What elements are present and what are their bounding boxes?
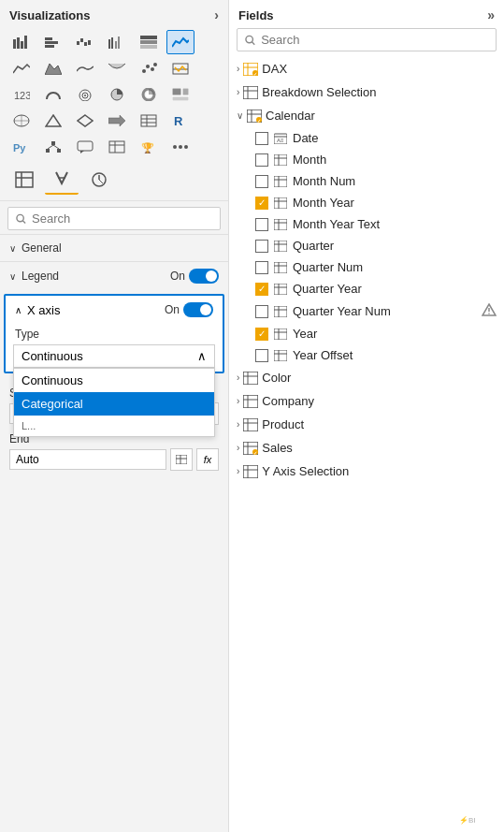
svg-rect-9 — [80, 38, 83, 42]
xaxis-header[interactable]: ∧ X axis On — [6, 296, 223, 324]
dropdown-item-log[interactable]: L... — [14, 416, 214, 436]
checkbox-quarter-num[interactable] — [255, 261, 268, 274]
viz-icon-line[interactable] — [166, 30, 194, 54]
viz-icon-wave[interactable] — [71, 56, 99, 80]
fields-search-input[interactable] — [261, 33, 488, 47]
viz-icon-waterfall[interactable] — [71, 30, 99, 54]
field-item-year[interactable]: ✓ Year — [229, 323, 504, 344]
checkbox-year-offset[interactable] — [255, 349, 268, 362]
field-item-quarter-year-num[interactable]: Quarter Year Num — [229, 299, 504, 323]
group-product: › Product — [229, 413, 504, 436]
group-calendar-expand: ∨ — [237, 110, 243, 121]
viz-icon-area-line[interactable] — [7, 56, 36, 80]
viz-search-input[interactable] — [32, 212, 212, 226]
field-item-date[interactable]: A≡ Date — [229, 127, 504, 149]
viz-icon-more[interactable] — [166, 135, 194, 159]
xaxis-toggle[interactable]: On — [165, 302, 213, 317]
viz-icon-python[interactable]: Py — [7, 135, 36, 159]
end-input[interactable] — [9, 449, 166, 470]
group-dax-header[interactable]: › ✓ DAX — [229, 57, 504, 80]
viz-icon-table[interactable] — [135, 109, 163, 133]
viz-icon-arrow[interactable] — [103, 109, 131, 133]
viz-search-box[interactable] — [7, 207, 221, 230]
viz-icon-mountain[interactable] — [39, 56, 67, 80]
svg-rect-15 — [118, 36, 120, 49]
dropdown-item-categorical[interactable]: Categorical — [14, 392, 214, 416]
dropdown-item-continuous[interactable]: Continuous — [14, 369, 214, 392]
viz-icon-chart6[interactable] — [166, 56, 194, 80]
field-item-month[interactable]: Month — [229, 149, 504, 170]
group-product-header[interactable]: › Product — [229, 413, 504, 436]
viz-icon-kpi[interactable]: 🏆 — [135, 135, 163, 159]
general-header[interactable]: ∨ General — [0, 235, 228, 261]
viz-icon-grouped-bar[interactable] — [103, 30, 131, 54]
checkbox-month-year-text[interactable] — [255, 218, 268, 231]
xaxis-on-label: On — [165, 303, 180, 316]
svg-rect-33 — [172, 88, 181, 95]
viz-icon-shape[interactable] — [39, 109, 67, 133]
svg-marker-19 — [45, 64, 62, 75]
viz-icon-scatter[interactable] — [135, 56, 163, 80]
svg-rect-48 — [51, 141, 55, 145]
checkbox-date[interactable] — [255, 132, 268, 145]
checkbox-month[interactable] — [255, 153, 268, 167]
checkbox-month-num[interactable] — [255, 175, 268, 188]
format-icon[interactable] — [45, 165, 79, 195]
svg-rect-17 — [140, 40, 157, 44]
viz-icon-bar[interactable] — [7, 30, 36, 54]
checkbox-quarter-year-num[interactable] — [255, 305, 268, 318]
field-item-month-year[interactable]: ✓ Month Year — [229, 192, 504, 213]
viz-icon-target[interactable] — [71, 82, 99, 107]
type-dropdown[interactable]: Continuous ∧ Continuous Categorical L... — [13, 344, 215, 368]
field-item-month-num[interactable]: Month Num — [229, 170, 504, 192]
dropdown-selected[interactable]: Continuous ∧ — [13, 344, 215, 368]
viz-icon-ribbon[interactable] — [103, 56, 131, 80]
field-icon-year-offset — [274, 350, 287, 361]
svg-rect-113 — [274, 284, 287, 295]
viz-icon-decomp[interactable] — [39, 135, 67, 159]
analytics-icon[interactable] — [82, 165, 116, 195]
legend-header[interactable]: ∨ Legend On — [0, 262, 228, 290]
end-fx-btn[interactable]: fx — [196, 448, 219, 471]
group-sales-expand: › — [237, 443, 239, 453]
viz-icon-pie[interactable] — [103, 82, 131, 107]
group-company-header[interactable]: › Company — [229, 389, 504, 413]
svg-rect-0 — [13, 39, 16, 49]
checkbox-month-year[interactable]: ✓ — [255, 197, 268, 210]
viz-icon-column[interactable] — [39, 30, 67, 54]
svg-line-68 — [99, 180, 103, 183]
viz-icon-treemap[interactable] — [166, 82, 194, 107]
legend-toggle-track[interactable] — [189, 269, 219, 284]
xaxis-label: X axis — [27, 303, 60, 317]
visualizations-chevron[interactable]: › — [214, 7, 219, 22]
group-calendar-header[interactable]: ∨ ✓ Calendar — [229, 104, 504, 127]
field-item-quarter-num[interactable]: Quarter Num — [229, 256, 504, 278]
group-y-axis-header[interactable]: › Y Axis Selection — [229, 460, 504, 483]
viz-icon-R[interactable]: R — [166, 109, 194, 133]
legend-toggle[interactable]: On — [170, 269, 219, 284]
group-breakdown-header[interactable]: › Breakdown Selection — [229, 80, 504, 104]
fields-search-box[interactable] — [237, 28, 497, 51]
field-item-month-year-text[interactable]: Month Year Text — [229, 213, 504, 235]
field-item-quarter-year[interactable]: ✓ Quarter Year — [229, 278, 504, 299]
viz-icon-matrix[interactable] — [103, 135, 131, 159]
group-color-header[interactable]: › Color — [229, 366, 504, 389]
field-item-year-offset[interactable]: Year Offset — [229, 344, 504, 366]
viz-icon-num[interactable]: 123 — [7, 82, 36, 107]
checkbox-quarter[interactable] — [255, 240, 268, 253]
end-table-btn[interactable] — [170, 448, 193, 471]
group-color-label: Color — [262, 371, 291, 385]
checkbox-quarter-year[interactable]: ✓ — [255, 283, 268, 296]
viz-icon-diamond[interactable] — [71, 109, 99, 133]
viz-icon-map[interactable] — [7, 109, 36, 133]
viz-icon-100bar[interactable] — [135, 30, 163, 54]
xaxis-toggle-track[interactable] — [183, 302, 213, 317]
checkbox-year[interactable]: ✓ — [255, 328, 268, 341]
viz-icon-donut[interactable] — [135, 82, 163, 107]
field-item-quarter[interactable]: Quarter — [229, 235, 504, 256]
viz-icon-gauge[interactable] — [39, 82, 67, 107]
fields-chevron[interactable]: » — [487, 7, 495, 22]
viz-icon-chat[interactable] — [71, 135, 99, 159]
group-sales-header[interactable]: › ✓ Sales — [229, 436, 504, 460]
fields-icon[interactable] — [7, 165, 41, 195]
